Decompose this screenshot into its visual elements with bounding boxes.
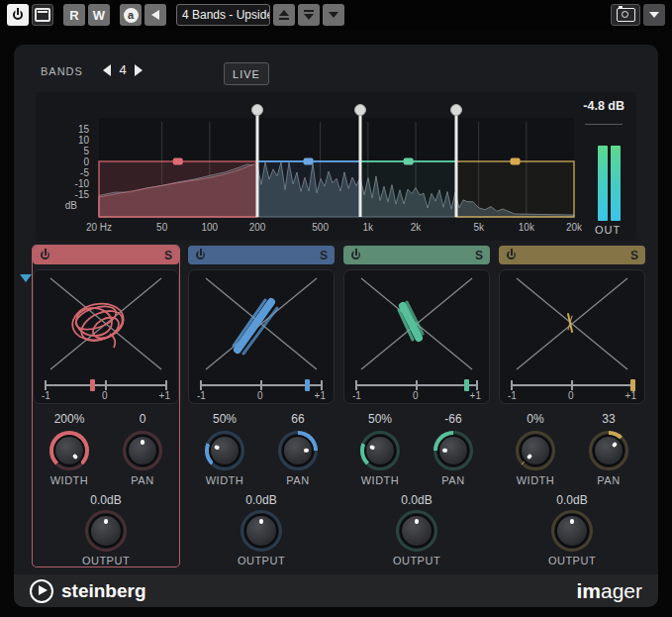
copy-ab-button[interactable] (144, 4, 166, 26)
pan-scale-left: -1 (42, 390, 50, 401)
band-gain-handle[interactable] (304, 158, 314, 165)
width-label: WIDTH (50, 474, 89, 486)
crossover-handle-knob[interactable] (252, 105, 263, 116)
width-value: 50% (368, 412, 392, 426)
window-menu-button[interactable] (643, 4, 665, 26)
pan-knob[interactable] (278, 431, 318, 470)
power-icon (12, 9, 24, 21)
pan-scale-left: -1 (352, 390, 361, 401)
chevron-down-icon (649, 12, 659, 18)
freq-tick: 20 Hz (86, 222, 112, 233)
width-label: WIDTH (517, 474, 555, 486)
arrow-left-icon (151, 10, 159, 20)
band-panel-2[interactable]: S -1 0 +1 50% 66 WIDTH PAN (188, 246, 335, 566)
band-gain-handle[interactable] (173, 158, 183, 165)
pan-label: PAN (131, 474, 153, 486)
freq-tick: 100 (201, 222, 218, 233)
db-tick: -10 (59, 178, 89, 189)
bypass-button[interactable] (32, 4, 53, 26)
footer: steinberg imager (14, 574, 658, 607)
width-label: WIDTH (361, 474, 400, 486)
knob-indicator-dot (442, 449, 447, 454)
output-label: OUTPUT (188, 555, 335, 566)
next-preset-button[interactable] (298, 4, 320, 26)
crossover-handle-knob[interactable] (355, 105, 366, 116)
vectorscope: -1 0 +1 (499, 269, 645, 404)
pan-scale-center: 0 (413, 390, 419, 401)
vectorscope: -1 0 +1 (343, 269, 490, 404)
preset-menu-button[interactable] (323, 4, 344, 26)
live-button[interactable]: LIVE (224, 62, 269, 85)
write-automation-button[interactable]: W (88, 4, 110, 26)
freq-tick: 10k (519, 222, 534, 233)
ab-compare-button[interactable]: a (120, 4, 142, 26)
spin-up-icon (279, 10, 289, 16)
solo-button[interactable]: S (630, 249, 638, 262)
bands-count: 4 (115, 62, 131, 77)
width-knob[interactable] (205, 431, 244, 470)
titlebar: R W a 4 Bands - Upside D (0, 0, 672, 30)
bands-increase-button[interactable] (135, 64, 143, 76)
db-tick: 5 (59, 146, 89, 156)
db-tick: 15 (59, 124, 89, 135)
collapse-arrow-icon[interactable] (20, 274, 32, 282)
pan-knob[interactable] (589, 431, 628, 470)
output-knob[interactable] (551, 510, 593, 552)
db-tick: 0 (59, 156, 89, 167)
band-panel-4[interactable]: S -1 0 +1 0% 33 WIDTH PAN (499, 246, 645, 566)
out-label: OUT (595, 224, 621, 236)
pan-value: -66 (444, 412, 461, 426)
db-tick: 10 (59, 135, 89, 146)
plugin-power-button[interactable] (7, 4, 29, 26)
output-knob[interactable] (240, 510, 282, 552)
previous-preset-button[interactable] (273, 4, 295, 26)
output-value: 0.0dB (188, 493, 335, 507)
band-power-icon[interactable] (40, 250, 50, 260)
crossover-handle-knob[interactable] (451, 105, 462, 116)
snapshot-button[interactable] (611, 4, 640, 26)
band-panel-1[interactable]: S -1 0 +1 200% 0 WIDTH PAN (33, 246, 179, 566)
pan-knob[interactable] (123, 431, 162, 470)
spin-down-icon (304, 14, 314, 20)
preset-field[interactable]: 4 Bands - Upside D (176, 4, 270, 26)
pan-label: PAN (597, 474, 620, 486)
width-knob[interactable] (49, 431, 89, 470)
output-knob[interactable] (85, 510, 127, 552)
camera-icon (617, 8, 635, 22)
band-power-icon[interactable] (195, 250, 206, 260)
band-gain-handle[interactable] (511, 158, 521, 165)
band-header[interactable]: S (33, 246, 179, 264)
vectorscope-graphic (37, 272, 175, 375)
read-automation-button[interactable]: R (63, 4, 85, 26)
knob-indicator-dot (612, 442, 618, 448)
bands-decrease-button[interactable] (103, 64, 111, 76)
solo-button[interactable]: S (164, 249, 172, 262)
spectrum-display: 151050-5-10-15dB20 Hz501002005001k2k5k10… (36, 92, 636, 241)
pan-value: 0 (140, 412, 146, 426)
band-power-icon[interactable] (350, 250, 361, 260)
band-power-icon[interactable] (506, 250, 517, 260)
solo-button[interactable]: S (475, 249, 483, 262)
pan-scale-center: 0 (102, 390, 108, 401)
pan-knob[interactable] (433, 431, 473, 470)
band-header[interactable]: S (343, 246, 490, 264)
pan-label: PAN (441, 474, 464, 486)
width-knob[interactable] (360, 431, 400, 470)
width-value: 200% (54, 412, 85, 426)
knob-indicator-dot (72, 454, 78, 460)
vectorscope: -1 0 +1 (188, 269, 335, 404)
band-header[interactable]: S (499, 246, 645, 264)
pan-scale-left: -1 (508, 390, 517, 401)
width-knob[interactable] (516, 431, 555, 470)
bands-area: S -1 0 +1 200% 0 WIDTH PAN (33, 246, 645, 566)
band-gain-handle[interactable] (404, 158, 414, 165)
output-level-value: -4.8 dB (583, 99, 624, 113)
band-panel-3[interactable]: S -1 0 +1 50% -66 WIDTH PAN (343, 246, 490, 566)
knob-indicator-dot (259, 519, 264, 524)
solo-button[interactable]: S (320, 249, 328, 262)
knob-indicator-dot (570, 519, 575, 524)
band-header[interactable]: S (188, 246, 335, 264)
vectorscope: -1 0 +1 (33, 269, 179, 404)
output-knob[interactable] (396, 510, 437, 552)
output-meter-left (598, 146, 608, 221)
